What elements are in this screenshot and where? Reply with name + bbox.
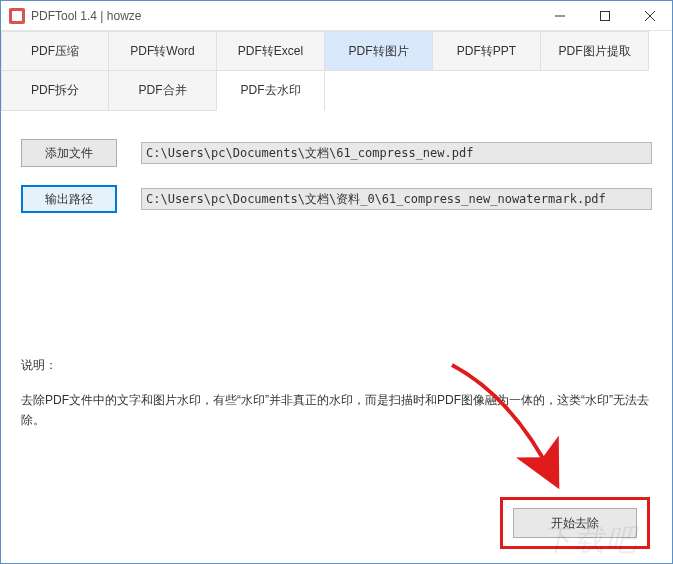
- tab-pdf-to-ppt[interactable]: PDF转PPT: [433, 31, 541, 71]
- tab-pdf-to-image[interactable]: PDF转图片: [325, 31, 433, 71]
- tabs-row1: PDF压缩 PDF转Word PDF转Excel PDF转图片 PDF转PPT …: [1, 31, 672, 71]
- input-path-field[interactable]: C:\Users\pc\Documents\文档\61_compress_new…: [141, 142, 652, 164]
- tab-pdf-merge[interactable]: PDF合并: [109, 71, 217, 111]
- minimize-icon: [555, 11, 565, 21]
- close-button[interactable]: [627, 1, 672, 30]
- description-label: 说明：: [21, 357, 652, 374]
- description-text: 去除PDF文件中的文字和图片水印，有些“水印”并非真正的水印，而是扫描时和PDF…: [21, 390, 652, 431]
- output-path-button[interactable]: 输出路径: [21, 185, 117, 213]
- tab-pdf-to-excel[interactable]: PDF转Excel: [217, 31, 325, 71]
- output-path-field[interactable]: C:\Users\pc\Documents\文档\资料_0\61_compres…: [141, 188, 652, 210]
- window-controls: [537, 1, 672, 30]
- add-file-button[interactable]: 添加文件: [21, 139, 117, 167]
- tab-pdf-image-extract[interactable]: PDF图片提取: [541, 31, 649, 71]
- maximize-button[interactable]: [582, 1, 627, 30]
- description-section: 说明： 去除PDF文件中的文字和图片水印，有些“水印”并非真正的水印，而是扫描时…: [21, 357, 652, 497]
- start-remove-button[interactable]: 开始去除: [513, 508, 637, 538]
- tab-pdf-remove-watermark[interactable]: PDF去水印: [217, 71, 325, 111]
- content-area: 添加文件 C:\Users\pc\Documents\文档\61_compres…: [1, 111, 672, 563]
- bottom-bar: 下载吧 开始去除: [21, 497, 652, 549]
- tab-pdf-split[interactable]: PDF拆分: [1, 71, 109, 111]
- spacer: [21, 231, 652, 347]
- input-file-row: 添加文件 C:\Users\pc\Documents\文档\61_compres…: [21, 139, 652, 167]
- window-title: PDFTool 1.4 | howze: [31, 9, 142, 23]
- svg-rect-1: [600, 11, 609, 20]
- app-window: PDFTool 1.4 | howze PDF压缩 PDF转Word PDF转E…: [0, 0, 673, 564]
- titlebar: PDFTool 1.4 | howze: [1, 1, 672, 31]
- tabs-row2: PDF拆分 PDF合并 PDF去水印: [1, 71, 672, 111]
- close-icon: [645, 11, 655, 21]
- start-button-highlight: 开始去除: [500, 497, 650, 549]
- app-icon: [9, 8, 25, 24]
- tab-pdf-compress[interactable]: PDF压缩: [1, 31, 109, 71]
- output-path-row: 输出路径 C:\Users\pc\Documents\文档\资料_0\61_co…: [21, 185, 652, 213]
- tab-pdf-to-word[interactable]: PDF转Word: [109, 31, 217, 71]
- maximize-icon: [600, 11, 610, 21]
- minimize-button[interactable]: [537, 1, 582, 30]
